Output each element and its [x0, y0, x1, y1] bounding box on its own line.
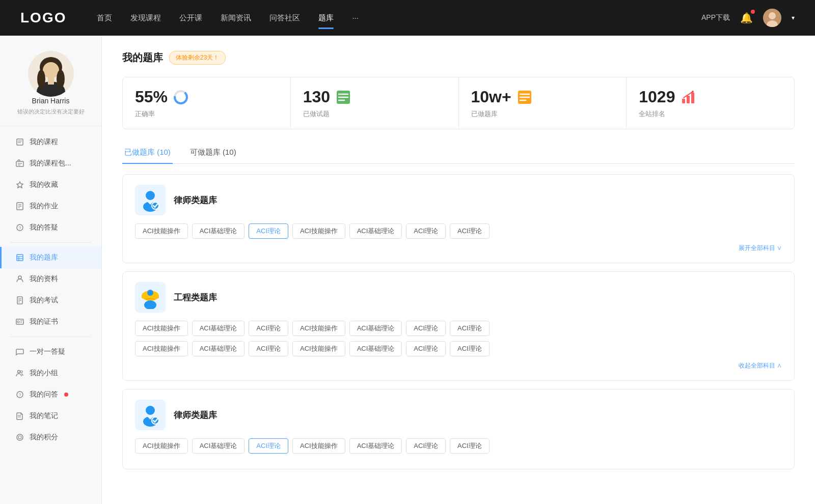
- tag-lawyer2-5[interactable]: ACI理论: [406, 438, 446, 454]
- bank-tags-engineer-row2: ACI技能操作 ACI基础理论 ACI理论 ACI技能操作 ACI基础理论 AC…: [135, 341, 782, 356]
- sidebar-item-homework[interactable]: 我的作业: [0, 195, 101, 217]
- sidebar-item-points[interactable]: 我的积分: [0, 427, 101, 448]
- stat-rank-top: 1029: [639, 88, 782, 106]
- sidebar-item-my-questions[interactable]: ? 我的答疑: [0, 217, 101, 238]
- tag-eng1-r1-2[interactable]: ACI理论: [249, 321, 288, 336]
- tag-eng1-r1-1[interactable]: ACI基础理论: [192, 321, 245, 336]
- tag-eng1-r1-4[interactable]: ACI基础理论: [349, 321, 402, 336]
- main-content: 我的题库 体验剩余23天！ 55% 正确率: [102, 36, 815, 504]
- tab-available-banks[interactable]: 可做题库 (10): [188, 144, 238, 163]
- tag-lawyer2-6[interactable]: ACI理论: [450, 438, 490, 454]
- svg-point-8: [37, 70, 45, 88]
- tag-lawyer2-1[interactable]: ACI基础理论: [192, 438, 245, 454]
- sidebar-item-qa-list[interactable]: ? 我的问答: [0, 384, 101, 405]
- tag-eng1-r2-3[interactable]: ACI技能操作: [292, 341, 345, 356]
- done-questions-icon: [335, 89, 351, 105]
- svg-point-66: [144, 300, 156, 309]
- tag-lawyer1-3[interactable]: ACI技能操作: [292, 223, 345, 239]
- bank-card-lawyer-2: 律师类题库 ACI技能操作 ACI基础理论 ACI理论 ACI技能操作 ACI基…: [122, 389, 795, 469]
- accuracy-chart-icon: [173, 89, 189, 105]
- nav-news[interactable]: 新闻资讯: [221, 11, 251, 25]
- sidebar-item-group[interactable]: 我的小组: [0, 362, 101, 384]
- expand-link-lawyer-1[interactable]: 展开全部科目 ∨: [135, 244, 782, 253]
- tag-lawyer1-0[interactable]: ACI技能操作: [135, 223, 188, 239]
- sidebar-item-favorites[interactable]: 我的收藏: [0, 174, 101, 195]
- tag-eng1-r1-6[interactable]: ACI理论: [450, 321, 490, 336]
- nav-more[interactable]: ···: [352, 11, 359, 25]
- stat-rank-value: 1029: [639, 88, 675, 106]
- tag-lawyer2-2[interactable]: ACI理论: [249, 438, 288, 454]
- exam-icon: [15, 296, 24, 305]
- app-download-button[interactable]: APP下载: [701, 13, 730, 22]
- svg-rect-64: [146, 298, 155, 299]
- tab-done-banks[interactable]: 已做题库 (10): [122, 144, 173, 163]
- tag-eng1-r2-2[interactable]: ACI理论: [249, 341, 288, 356]
- menu-divider-1: [10, 242, 91, 243]
- tag-lawyer2-3[interactable]: ACI技能操作: [292, 438, 345, 454]
- sidebar-item-label-favorites: 我的收藏: [30, 180, 58, 189]
- stats-row: 55% 正确率 130: [122, 77, 795, 129]
- nav-qa[interactable]: 问答社区: [269, 11, 300, 25]
- tag-lawyer2-0[interactable]: ACI技能操作: [135, 438, 188, 454]
- nav-discover[interactable]: 发现课程: [130, 11, 161, 25]
- qa-list-icon: ?: [15, 390, 24, 399]
- nav-home[interactable]: 首页: [97, 11, 112, 25]
- bank-card-header-engineer-1: 工程类题库: [135, 282, 782, 313]
- tabs-row: 已做题库 (10) 可做题库 (10): [122, 144, 795, 164]
- sidebar-item-profile-data[interactable]: 我的资料: [0, 268, 101, 290]
- collapse-link-engineer-1[interactable]: 收起全部科目 ∧: [135, 361, 782, 370]
- sidebar-item-cert[interactable]: 我的证书: [0, 311, 101, 332]
- tag-lawyer2-4[interactable]: ACI基础理论: [349, 438, 402, 454]
- sidebar-item-exam[interactable]: 我的考试: [0, 290, 101, 311]
- tag-eng1-r1-5[interactable]: ACI理论: [406, 321, 446, 336]
- sidebar-item-course-pkg[interactable]: 我的课程包...: [0, 153, 101, 174]
- page-header: 我的题库 体验剩余23天！: [122, 51, 795, 65]
- bell-icon[interactable]: 🔔: [740, 12, 753, 24]
- tag-eng1-r2-1[interactable]: ACI基础理论: [192, 341, 245, 356]
- svg-text:?: ?: [18, 226, 21, 231]
- bank-card-header-lawyer-1: 律师类题库: [135, 185, 782, 215]
- tag-lawyer1-1[interactable]: ACI基础理论: [192, 223, 245, 239]
- sidebar-item-questionbank[interactable]: 我的题库: [0, 247, 101, 268]
- svg-marker-16: [17, 182, 23, 188]
- tag-eng1-r2-0[interactable]: ACI技能操作: [135, 341, 188, 356]
- user-menu-chevron[interactable]: ▾: [792, 14, 795, 21]
- tag-eng1-r2-6[interactable]: ACI理论: [450, 341, 490, 356]
- svg-rect-55: [682, 99, 685, 103]
- user-avatar-header[interactable]: [763, 9, 781, 27]
- sidebar-item-notes[interactable]: 我的笔记: [0, 405, 101, 427]
- nav-questionbank[interactable]: 题库: [318, 11, 334, 25]
- notification-badge: [751, 10, 755, 14]
- main-layout: Brian Harris 错误的决定比没有决定要好 我的课程 我的课程包...: [0, 36, 815, 504]
- tag-lawyer1-4[interactable]: ACI基础理论: [349, 223, 402, 239]
- tag-eng1-r1-0[interactable]: ACI技能操作: [135, 321, 188, 336]
- sidebar-menu: 我的课程 我的课程包... 我的收藏 我的作业: [0, 126, 101, 453]
- tag-lawyer1-5[interactable]: ACI理论: [406, 223, 446, 239]
- one-on-one-icon: [15, 347, 24, 356]
- svg-point-46: [178, 94, 184, 100]
- sidebar-item-label-courses: 我的课程: [30, 137, 58, 147]
- nav-open-course[interactable]: 公开课: [179, 11, 202, 25]
- svg-point-36: [18, 371, 20, 373]
- svg-point-27: [18, 276, 21, 279]
- profile-name: Brian Harris: [32, 97, 70, 105]
- bank-tags-lawyer-1: ACI技能操作 ACI基础理论 ACI理论 ACI技能操作 ACI基础理论 AC…: [135, 223, 782, 239]
- courses-icon: [15, 137, 24, 147]
- engineer-icon-1: [135, 282, 166, 313]
- sidebar-item-courses[interactable]: 我的课程: [0, 131, 101, 153]
- tag-eng1-r1-3[interactable]: ACI技能操作: [292, 321, 345, 336]
- bank-card-lawyer-1: 律师类题库 ACI技能操作 ACI基础理论 ACI理论 ACI技能操作 ACI基…: [122, 174, 795, 263]
- tag-lawyer1-2[interactable]: ACI理论: [249, 223, 288, 239]
- sidebar-item-one-on-one[interactable]: 一对一答疑: [0, 341, 101, 362]
- profile-data-icon: [15, 274, 24, 284]
- svg-rect-10: [17, 139, 23, 145]
- header-nav: 首页 发现课程 公开课 新闻资讯 问答社区 题库 ···: [97, 11, 701, 25]
- svg-point-65: [147, 290, 153, 296]
- stat-done-banks: 10w+ 已做题库: [459, 77, 627, 129]
- tag-eng1-r2-5[interactable]: ACI理论: [406, 341, 446, 356]
- sidebar-item-label-points: 我的积分: [30, 433, 58, 442]
- stat-accuracy-value: 55%: [135, 88, 168, 106]
- tag-lawyer1-6[interactable]: ACI理论: [450, 223, 490, 239]
- tag-eng1-r2-4[interactable]: ACI基础理论: [349, 341, 402, 356]
- sidebar-item-label-cert: 我的证书: [30, 317, 58, 326]
